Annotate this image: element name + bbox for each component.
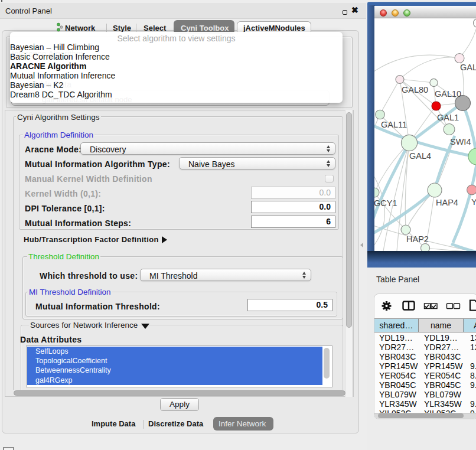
svg-text:GAL1: GAL1 bbox=[437, 113, 459, 122]
svg-text:GAL10: GAL10 bbox=[435, 89, 461, 99]
svg-text:GAL11: GAL11 bbox=[381, 120, 407, 129]
svg-text:GAL80: GAL80 bbox=[402, 85, 428, 94]
svg-text:SWI4: SWI4 bbox=[450, 137, 471, 146]
svg-text:HAP2: HAP2 bbox=[406, 234, 429, 244]
svg-text:HAP4: HAP4 bbox=[436, 198, 458, 207]
svg-text:GAL4: GAL4 bbox=[409, 151, 431, 161]
svg-text:GAL7: GAL7 bbox=[460, 63, 476, 72]
svg-text:GCY1: GCY1 bbox=[374, 198, 397, 208]
svg-text:Y: Y bbox=[471, 197, 476, 207]
